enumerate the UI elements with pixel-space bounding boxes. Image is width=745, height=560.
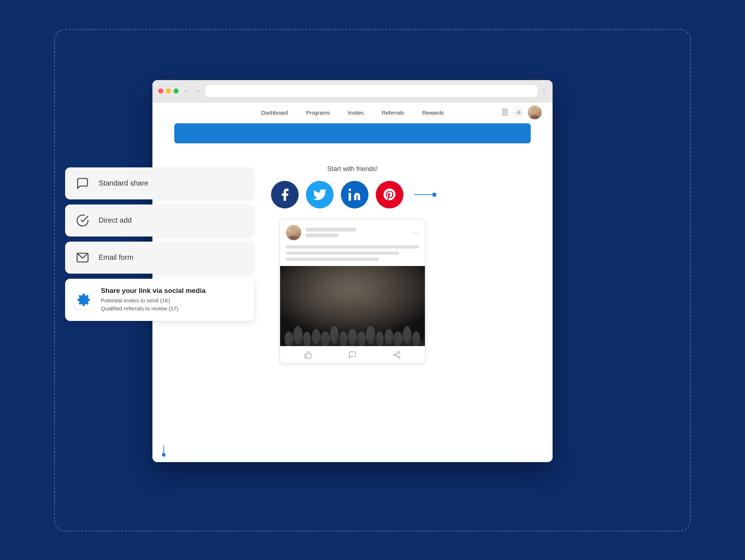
comment-button[interactable] xyxy=(348,351,356,359)
outer-container: ← → ⋮ Dashboard Programs Invites Referra… xyxy=(54,29,691,531)
arrow-connector xyxy=(414,194,434,195)
social-media-card-content: Share your link via social media Potenti… xyxy=(101,287,206,313)
check-circle-icon xyxy=(75,213,91,229)
svg-point-4 xyxy=(518,111,520,114)
browser-nav: ← → xyxy=(182,87,202,95)
post-avatar-image xyxy=(286,225,301,240)
post-card-header: ⋯ xyxy=(280,220,425,245)
svg-rect-7 xyxy=(348,193,351,201)
nav-referrals[interactable]: Referrals xyxy=(382,110,404,116)
direct-add-label: Direct add xyxy=(99,216,132,225)
svg-point-42 xyxy=(398,351,400,353)
social-media-subtitle-2: Qualified referrals to review (17) xyxy=(101,305,206,313)
browser-chrome: ← → ⋮ xyxy=(152,80,553,102)
social-media-card[interactable]: Share your link via social media Potenti… xyxy=(65,279,254,321)
like-button[interactable] xyxy=(304,351,312,359)
email-icon xyxy=(75,250,91,266)
social-media-icon-wrapper xyxy=(75,291,93,309)
start-with-friends-label: Start with friends! xyxy=(327,165,378,173)
svg-line-45 xyxy=(396,355,398,357)
facebook-button[interactable] xyxy=(271,181,299,208)
post-card-footer xyxy=(280,346,425,363)
connector-vertical xyxy=(163,446,164,457)
email-form-label: Email form xyxy=(99,253,134,262)
post-text-line-1 xyxy=(286,245,419,249)
standard-share-label: Standard share xyxy=(99,179,148,187)
post-image xyxy=(280,266,425,346)
pinterest-button[interactable] xyxy=(376,181,403,208)
chat-icon xyxy=(75,175,91,191)
post-options-icon[interactable]: ⋯ xyxy=(411,228,419,237)
nav-programs[interactable]: Programs xyxy=(306,110,330,116)
forward-button[interactable]: → xyxy=(193,87,202,95)
nav-invites[interactable]: Invites xyxy=(348,110,364,116)
social-icons-row xyxy=(271,181,434,208)
nav-rewards[interactable]: Rewards xyxy=(422,110,444,116)
nav-dashboard[interactable]: Dashboard xyxy=(261,110,288,116)
standard-share-card[interactable]: Standard share xyxy=(65,167,254,199)
post-content-lines xyxy=(280,245,425,266)
maximize-button[interactable] xyxy=(174,88,179,94)
browser-menu-icon[interactable]: ⋮ xyxy=(541,87,547,94)
social-media-subtitle-1: Potential invites to send (1K) xyxy=(101,297,206,305)
document-icon[interactable] xyxy=(502,108,510,116)
back-button[interactable]: ← xyxy=(182,87,191,95)
site-nav: Dashboard Programs Invites Referrals Rew… xyxy=(152,102,553,123)
avatar-image xyxy=(528,106,542,119)
post-text-line-2 xyxy=(286,251,399,255)
crowd-photo xyxy=(280,266,425,346)
email-form-card[interactable]: Email form xyxy=(65,242,254,274)
close-button[interactable] xyxy=(158,88,163,94)
svg-point-8 xyxy=(348,188,351,191)
svg-point-10 xyxy=(288,236,299,240)
direct-add-card[interactable]: Direct add xyxy=(65,204,254,237)
svg-point-6 xyxy=(530,115,540,119)
minimize-button[interactable] xyxy=(166,88,171,94)
blue-banner xyxy=(174,123,531,143)
post-username-line xyxy=(306,228,356,231)
post-user-avatar xyxy=(286,225,301,240)
svg-point-5 xyxy=(532,107,538,113)
settings-nav-icon[interactable] xyxy=(515,108,523,116)
social-media-title: Share your link via social media xyxy=(101,287,206,295)
svg-point-44 xyxy=(398,356,400,358)
address-bar[interactable] xyxy=(206,85,537,97)
svg-point-9 xyxy=(290,227,297,234)
post-timestamp-line xyxy=(306,234,338,237)
share-button[interactable] xyxy=(393,351,401,359)
traffic-lights xyxy=(158,88,179,94)
post-user-info xyxy=(306,228,407,237)
post-text-line-3 xyxy=(286,258,379,261)
svg-line-46 xyxy=(396,353,398,354)
twitter-button[interactable] xyxy=(306,181,334,208)
post-card: ⋯ xyxy=(280,219,425,364)
linkedin-button[interactable] xyxy=(341,181,368,208)
sidebar-cards: Standard share Direct add Email form xyxy=(65,167,254,321)
site-nav-right xyxy=(502,106,542,119)
svg-point-43 xyxy=(394,354,396,356)
user-avatar[interactable] xyxy=(528,106,542,119)
